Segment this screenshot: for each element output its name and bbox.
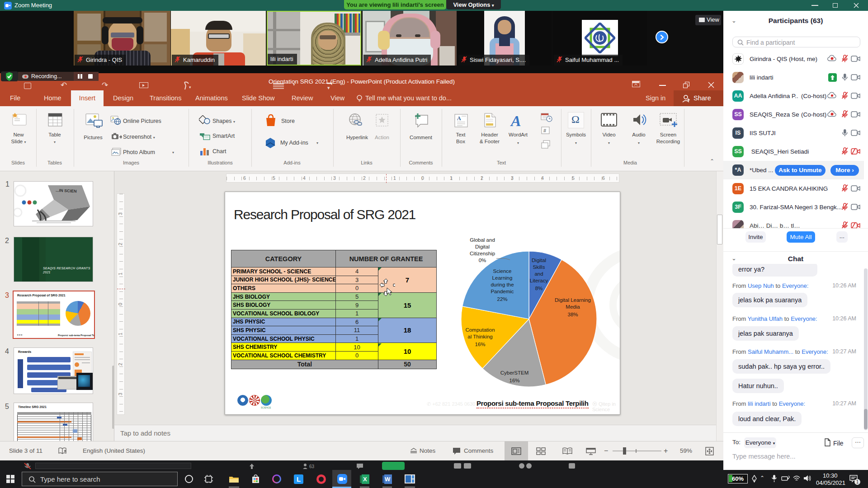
svg-text:A: A: [510, 113, 521, 128]
svg-text:#: #: [543, 128, 547, 133]
svg-text:63: 63: [309, 464, 315, 469]
svg-text:▾: ▾: [189, 85, 191, 89]
svg-text:A: A: [457, 115, 461, 122]
